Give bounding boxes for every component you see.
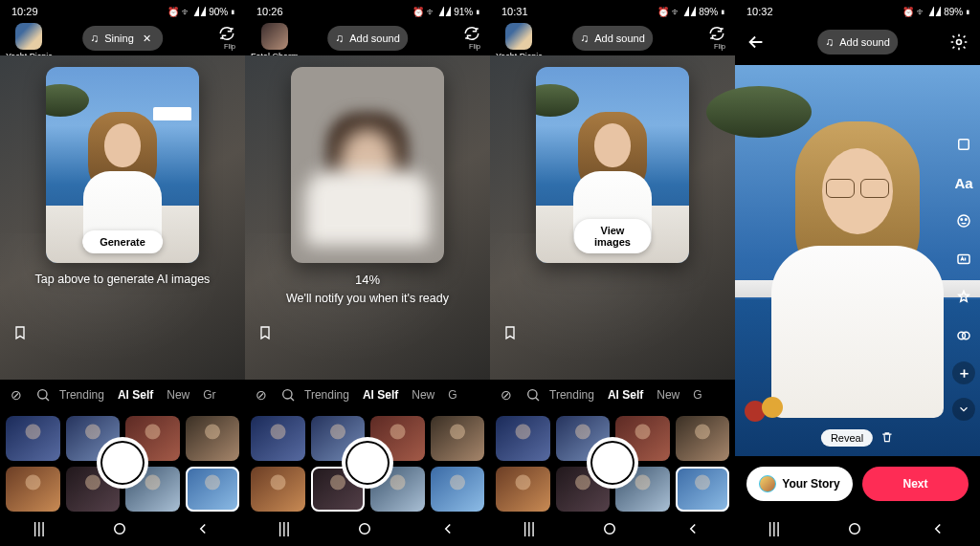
nav-recents-icon[interactable]: ||| bbox=[33, 520, 45, 537]
app-bar: ♫ Add sound bbox=[735, 21, 980, 63]
no-effect-icon[interactable]: ⊘ bbox=[6, 384, 27, 405]
tab-trending[interactable]: Trending bbox=[59, 388, 104, 402]
nav-home-icon[interactable] bbox=[846, 520, 863, 537]
svg-point-10 bbox=[966, 219, 968, 221]
effect-thumb[interactable] bbox=[676, 416, 730, 461]
add-icon[interactable]: ＋ bbox=[952, 361, 975, 384]
nav-recents-icon[interactable]: ||| bbox=[278, 520, 290, 537]
effect-thumb[interactable] bbox=[496, 467, 550, 512]
nav-recents-icon[interactable]: ||| bbox=[523, 520, 535, 537]
search-icon[interactable] bbox=[33, 384, 54, 405]
tab-more[interactable]: Gr bbox=[203, 388, 215, 402]
effect-thumb[interactable] bbox=[251, 467, 305, 512]
status-bar: 10:29 ⏰ ᯤ ◢ ◢ 90% ▮ bbox=[0, 0, 245, 21]
tab-new[interactable]: New bbox=[657, 388, 679, 402]
status-icons: ⏰ ᯤ ◢ ◢ 89% ▮ bbox=[657, 7, 725, 17]
nav-back-icon[interactable] bbox=[194, 520, 212, 537]
nav-recents-icon[interactable]: ||| bbox=[768, 520, 780, 537]
flip-label: Flip bbox=[469, 42, 480, 51]
effect-thumb bbox=[505, 23, 532, 50]
preview-card[interactable]: Generate bbox=[46, 67, 199, 263]
add-sound-button[interactable]: ♫ Add sound bbox=[817, 30, 898, 55]
edit-tools-rail: Aa ＋ bbox=[951, 132, 976, 421]
progress-note: We'll notify you when it's ready bbox=[286, 292, 449, 305]
shutter-button[interactable] bbox=[587, 437, 638, 489]
reveal-button[interactable]: Reveal bbox=[821, 429, 873, 447]
tab-more[interactable]: G bbox=[693, 388, 702, 402]
no-effect-icon[interactable]: ⊘ bbox=[251, 384, 272, 405]
search-icon[interactable] bbox=[523, 384, 544, 405]
text-icon[interactable]: Aa bbox=[951, 170, 976, 195]
status-icons: ⏰ ᯤ ◢ ◢ 91% ▮ bbox=[412, 7, 480, 17]
app-bar: Fatal Charm ♫ Add sound Flip bbox=[245, 21, 490, 55]
effect-thumb bbox=[15, 23, 42, 50]
nav-home-icon[interactable] bbox=[601, 520, 618, 537]
effect-thumb[interactable] bbox=[6, 467, 60, 512]
search-icon[interactable] bbox=[278, 384, 299, 405]
sound-pill[interactable]: ♫ Sining ✕ bbox=[82, 26, 163, 51]
effect-thumb[interactable] bbox=[496, 416, 550, 461]
sound-label: Add sound bbox=[839, 36, 890, 48]
svg-point-0 bbox=[38, 390, 47, 399]
shutter-button[interactable] bbox=[342, 437, 393, 489]
tab-ai-self[interactable]: AI Self bbox=[363, 388, 398, 402]
flip-camera-icon[interactable] bbox=[216, 23, 237, 44]
effect-thumb-selected[interactable] bbox=[186, 467, 240, 512]
auto-caption-icon[interactable] bbox=[951, 247, 976, 272]
tab-ai-self[interactable]: AI Self bbox=[608, 388, 643, 402]
nav-back-icon[interactable] bbox=[929, 520, 947, 537]
flip-camera-icon[interactable] bbox=[706, 23, 727, 44]
add-sound-button[interactable]: ♫ Add sound bbox=[572, 26, 653, 51]
bookmark-icon[interactable] bbox=[500, 322, 521, 343]
tab-trending[interactable]: Trending bbox=[304, 388, 349, 402]
effect-thumb[interactable] bbox=[186, 416, 240, 461]
crop-icon[interactable] bbox=[951, 132, 976, 157]
flip-camera-icon[interactable] bbox=[461, 23, 482, 44]
music-note-icon: ♫ bbox=[90, 32, 99, 45]
tab-ai-self[interactable]: AI Self bbox=[118, 388, 153, 402]
nav-home-icon[interactable] bbox=[111, 520, 128, 537]
nav-back-icon[interactable] bbox=[439, 520, 457, 537]
tab-trending[interactable]: Trending bbox=[549, 388, 594, 402]
bottom-actions: Your Story Next bbox=[735, 456, 980, 512]
bookmark-icon[interactable] bbox=[255, 322, 276, 343]
nav-back-icon[interactable] bbox=[684, 520, 702, 537]
tab-more[interactable]: G bbox=[448, 388, 457, 402]
your-story-label: Your Story bbox=[782, 477, 839, 491]
effect-thumb[interactable] bbox=[6, 416, 60, 461]
add-sound-button[interactable]: ♫ Add sound bbox=[327, 26, 408, 51]
effect-thumb-selected[interactable] bbox=[676, 467, 730, 512]
back-icon[interactable] bbox=[745, 31, 768, 54]
your-story-button[interactable]: Your Story bbox=[746, 467, 853, 501]
shutter-button[interactable] bbox=[97, 437, 148, 489]
filters-icon[interactable] bbox=[951, 323, 976, 348]
editor-preview[interactable]: Aa ＋ Reveal bbox=[735, 65, 980, 456]
bookmark-icon[interactable] bbox=[10, 322, 31, 343]
close-icon[interactable]: ✕ bbox=[140, 31, 155, 46]
next-button[interactable]: Next bbox=[862, 467, 969, 501]
preview-card[interactable]: View images bbox=[536, 67, 689, 263]
tab-new[interactable]: New bbox=[167, 388, 189, 402]
view-images-button[interactable]: View images bbox=[574, 219, 651, 253]
sound-label: Add sound bbox=[349, 33, 400, 44]
delete-icon[interactable] bbox=[880, 430, 894, 446]
tab-new[interactable]: New bbox=[412, 388, 434, 402]
effect-thumb[interactable] bbox=[431, 467, 485, 512]
music-note-icon: ♫ bbox=[580, 32, 589, 45]
app-bar: Yacht Picnic ♫ Add sound Flip bbox=[490, 21, 735, 55]
android-nav: ||| bbox=[245, 512, 490, 546]
no-effect-icon[interactable]: ⊘ bbox=[496, 384, 517, 405]
svg-point-8 bbox=[958, 215, 969, 227]
stickers-icon[interactable] bbox=[951, 208, 976, 233]
effect-thumb[interactable] bbox=[431, 416, 485, 461]
effect-thumb[interactable] bbox=[251, 416, 305, 461]
screen-generate: 10:29 ⏰ ᯤ ◢ ◢ 90% ▮ Yacht Picnic ♫ Sinin… bbox=[0, 0, 245, 546]
nav-home-icon[interactable] bbox=[356, 520, 373, 537]
effects-icon[interactable] bbox=[951, 285, 976, 310]
generate-button[interactable]: Generate bbox=[82, 230, 163, 253]
caption: 14% We'll notify you when it's ready bbox=[245, 272, 490, 306]
category-tabs: ⊘ Trending AI Self New Gr bbox=[0, 380, 245, 410]
chevron-down-icon[interactable] bbox=[952, 398, 975, 421]
sound-label: Sining bbox=[104, 33, 134, 44]
settings-icon[interactable] bbox=[947, 31, 970, 54]
